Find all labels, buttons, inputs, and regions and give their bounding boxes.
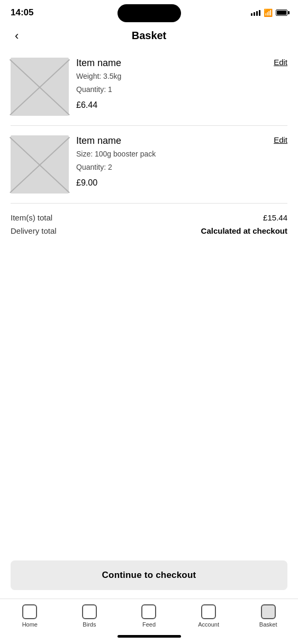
nav-label-account: Account <box>198 621 219 628</box>
edit-button-2[interactable]: Edit <box>274 135 287 144</box>
home-bar-indicator <box>118 635 181 638</box>
status-icons: 📶 <box>251 8 287 17</box>
delivery-total-row: Delivery total Calculated at checkout <box>11 226 287 235</box>
item-meta1-2: Size: 100g booster pack <box>76 148 287 160</box>
signal-icon <box>251 10 260 16</box>
item-image-1 <box>11 58 69 116</box>
item-image-2 <box>11 135 69 194</box>
nav-item-account[interactable]: Account <box>179 604 239 628</box>
item-details-2: Item name Edit Size: 100g booster pack Q… <box>76 135 287 188</box>
home-icon <box>22 604 37 619</box>
item-meta1-1: Weight: 3.5kg <box>76 70 287 82</box>
nav-label-feed: Feed <box>142 621 156 628</box>
main-content: Item name Edit Weight: 3.5kg Quantity: 1… <box>0 48 298 401</box>
page-title: Basket <box>132 30 167 42</box>
birds-icon <box>82 604 97 619</box>
items-total-row: Item(s) total £15.44 <box>11 213 287 222</box>
item-name-row-1: Item name Edit <box>76 58 287 69</box>
wifi-icon: 📶 <box>264 8 273 17</box>
nav-label-birds: Birds <box>83 621 96 628</box>
nav-label-basket: Basket <box>259 621 277 628</box>
checkout-section: Continue to checkout <box>0 552 298 599</box>
items-total-value: £15.44 <box>263 213 287 222</box>
delivery-label: Delivery total <box>11 226 57 235</box>
nav-item-feed[interactable]: Feed <box>119 604 179 628</box>
nav-item-birds[interactable]: Birds <box>60 604 120 628</box>
dynamic-island <box>118 4 181 22</box>
item-name-row-2: Item name Edit <box>76 135 287 146</box>
basket-item-1: Item name Edit Weight: 3.5kg Quantity: 1… <box>11 48 287 126</box>
delivery-value: Calculated at checkout <box>201 226 287 235</box>
nav-label-home: Home <box>22 621 38 628</box>
status-time: 14:05 <box>11 7 33 18</box>
basket-icon <box>261 604 276 619</box>
item-name-1: Item name <box>76 58 121 69</box>
edit-button-1[interactable]: Edit <box>274 58 287 67</box>
basket-item-2: Item name Edit Size: 100g booster pack Q… <box>11 126 287 204</box>
feed-icon <box>141 604 156 619</box>
home-bar <box>0 631 298 644</box>
spacer <box>0 401 298 553</box>
page-header: ‹ Basket <box>0 23 298 48</box>
back-button[interactable]: ‹ <box>11 27 23 45</box>
battery-icon <box>276 10 287 16</box>
bottom-nav: Home Birds Feed Account Basket <box>0 599 298 631</box>
nav-item-home[interactable]: Home <box>0 604 60 628</box>
item-details-1: Item name Edit Weight: 3.5kg Quantity: 1… <box>76 58 287 110</box>
checkout-button[interactable]: Continue to checkout <box>11 560 287 590</box>
item-meta2-2: Quantity: 2 <box>76 161 287 173</box>
totals-section: Item(s) total £15.44 Delivery total Calc… <box>11 204 287 249</box>
item-name-2: Item name <box>76 135 121 146</box>
nav-item-basket[interactable]: Basket <box>238 604 298 628</box>
item-price-1: £6.44 <box>76 100 287 110</box>
account-icon <box>201 604 216 619</box>
item-meta2-1: Quantity: 1 <box>76 84 287 95</box>
items-total-label: Item(s) total <box>11 213 52 222</box>
item-price-2: £9.00 <box>76 178 287 188</box>
status-bar: 14:05 📶 <box>0 0 298 23</box>
